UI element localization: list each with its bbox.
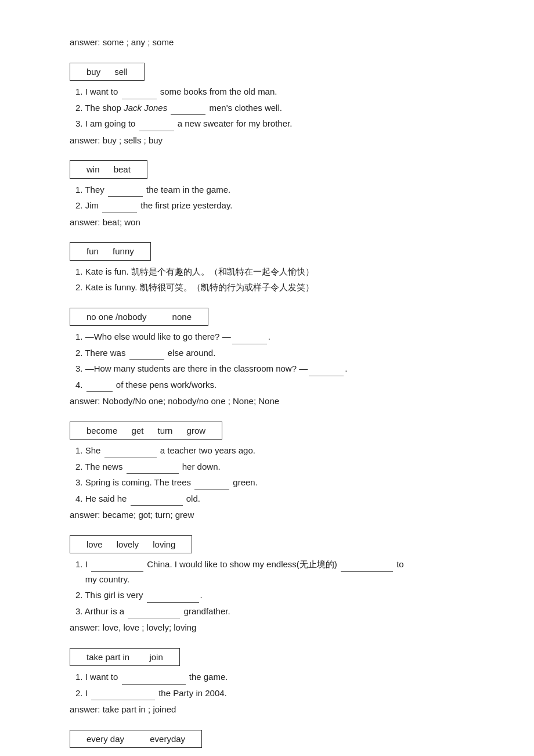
wordbox-take-part-in-join: take part in join: [70, 648, 180, 667]
list-item: 2. I the Party in 2004.: [75, 686, 464, 701]
list-item: 1. Kate is fun. 凯特是个有趣的人。（和凯特在一起令人愉快）: [75, 264, 464, 279]
list-item: 2. This girl is very .: [75, 588, 464, 603]
section-win-beat: win beat 1. They the team in the game. 2…: [70, 160, 464, 229]
wordbox-fun-funny: fun funny: [70, 242, 151, 261]
list-item: 1. —Who else would like to go there? —.: [75, 329, 464, 344]
list-item: 3. —How many students are there in the c…: [75, 361, 464, 376]
list-item: 2. The shop Jack Jones men's clothes wel…: [75, 100, 464, 116]
answer-become-get-turn-grow: answer: became; got; turn; grew: [70, 507, 464, 523]
intro-answer: answer: some ; any ; some: [70, 35, 464, 50]
answer-take-part-in-join: answer: take part in ; joined: [70, 702, 464, 717]
list-item: 2. Jim the first prize yesterday.: [75, 198, 464, 213]
answer-win-beat: answer: beat; won: [70, 215, 464, 230]
section-noone-none: no one /nobody none 1. —Who else would l…: [70, 308, 464, 409]
list-item: 2. The news her down.: [75, 459, 464, 474]
list-item: 1. She a teacher two years ago.: [75, 443, 464, 458]
wordbox-every-day-everyday: every day everyday: [70, 730, 202, 748]
wordbox-win-beat: win beat: [70, 160, 147, 179]
section-fun-funny: fun funny 1. Kate is fun. 凯特是个有趣的人。（和凯特在…: [70, 242, 464, 295]
answer-noone-none: answer: Nobody/No one; nobody/no one ; N…: [70, 394, 464, 409]
list-item: 4. He said he old.: [75, 491, 464, 506]
list-item: 1. I want to some books from the old man…: [75, 84, 464, 99]
list-item: 1. I China. I would like to show my endl…: [75, 557, 464, 586]
section-every-day-everyday: every day everyday: [70, 730, 464, 752]
section-take-part-in-join: take part in join 1. I want to the game.…: [70, 648, 464, 717]
section-love-lovely-loving: love lovely loving 1. I China. I would l…: [70, 535, 464, 635]
wordbox-buy-sell: buy sell: [70, 63, 145, 81]
answer-buy-sell: answer: buy ; sells ; buy: [70, 133, 464, 148]
list-item: 4. of these pens work/works.: [75, 377, 464, 393]
answer-love-lovely-loving: answer: love, love ; lovely; loving: [70, 620, 464, 635]
section-become-get-turn-grow: become get turn grow 1. She a teacher tw…: [70, 422, 464, 523]
section-buy-sell: buy sell 1. I want to some books from th…: [70, 63, 464, 148]
wordbox-love-lovely-loving: love lovely loving: [70, 535, 192, 554]
list-item: 1. They the team in the game.: [75, 182, 464, 197]
list-item: 3. Spring is coming. The trees green.: [75, 475, 464, 490]
list-item: 2. Kate is funny. 凯特很可笑。（凯特的行为或样子令人发笑）: [75, 280, 464, 295]
list-item: 2. There was else around.: [75, 345, 464, 361]
list-item: 1. I want to the game.: [75, 669, 464, 685]
list-item: 3. Arthur is a grandfather.: [75, 604, 464, 619]
wordbox-noone-none: no one /nobody none: [70, 308, 208, 326]
list-item: 3. I am going to a new sweater for my br…: [75, 116, 464, 131]
wordbox-become-get-turn-grow: become get turn grow: [70, 422, 222, 440]
